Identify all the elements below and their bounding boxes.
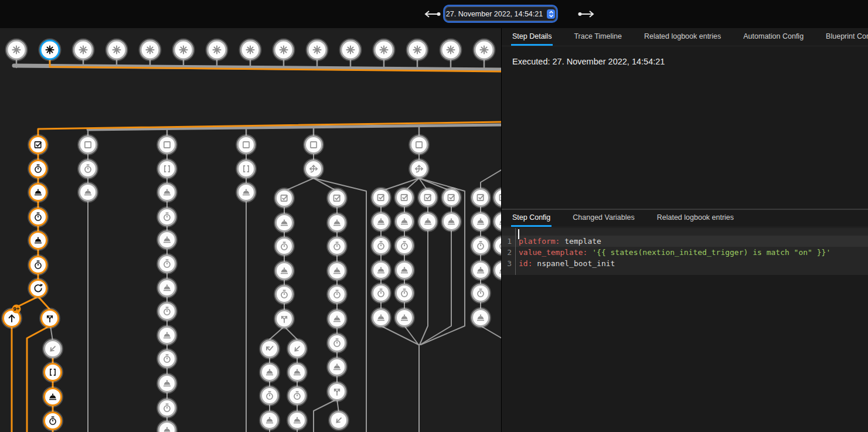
node-arrow-bl[interactable] xyxy=(287,339,307,359)
node-bell[interactable] xyxy=(441,212,461,232)
node-asterisk[interactable] xyxy=(340,39,362,61)
node-timer[interactable] xyxy=(43,411,63,431)
node-bell[interactable] xyxy=(371,308,391,328)
node-asterisk[interactable] xyxy=(106,39,128,61)
node-timer[interactable] xyxy=(371,236,391,256)
node-check-square[interactable] xyxy=(493,188,501,208)
node-check-square[interactable] xyxy=(441,188,461,208)
node-refresh[interactable] xyxy=(28,278,48,298)
node-bell[interactable] xyxy=(327,309,347,329)
node-bell[interactable] xyxy=(28,182,48,202)
node-asterisk[interactable] xyxy=(407,39,428,61)
node-timer[interactable] xyxy=(157,301,177,321)
node-bell[interactable] xyxy=(157,230,177,250)
node-bell[interactable] xyxy=(394,212,414,232)
run-datetime-select[interactable]: 27. November 2022, 14:54:21 xyxy=(445,6,556,21)
node-square[interactable] xyxy=(236,135,256,155)
node-check-square[interactable] xyxy=(394,188,414,208)
node-bell[interactable] xyxy=(28,230,48,250)
node-bell[interactable] xyxy=(493,260,501,280)
node-bell[interactable] xyxy=(43,387,63,407)
node-bell[interactable] xyxy=(157,373,177,393)
node-bell[interactable] xyxy=(493,212,501,232)
node-bell[interactable] xyxy=(287,410,307,430)
node-timer[interactable] xyxy=(327,236,347,256)
node-square[interactable] xyxy=(78,135,98,155)
node-asterisk[interactable] xyxy=(307,39,328,61)
node-asterisk[interactable] xyxy=(273,39,295,61)
node-bell[interactable] xyxy=(157,325,177,345)
node-arrow-bl[interactable] xyxy=(329,410,349,430)
tab-step-config[interactable]: Step Config xyxy=(511,210,552,227)
node-timer[interactable] xyxy=(28,159,48,179)
node-bell[interactable] xyxy=(78,182,98,202)
node-bell[interactable] xyxy=(471,308,491,328)
node-arrow-up[interactable]: 9+ xyxy=(2,305,22,328)
node-asterisk[interactable] xyxy=(240,39,261,61)
node-bell[interactable] xyxy=(236,182,256,202)
node-bell[interactable] xyxy=(327,357,347,377)
node-asterisk[interactable] xyxy=(6,39,28,61)
node-call-split[interactable] xyxy=(274,309,294,329)
node-timer[interactable] xyxy=(327,333,347,353)
node-bell[interactable] xyxy=(371,212,391,232)
node-timer[interactable] xyxy=(327,284,347,304)
node-asterisk[interactable] xyxy=(440,39,462,61)
node-timer[interactable] xyxy=(394,236,414,256)
tab-related-logbook-entries[interactable]: Related logbook entries xyxy=(656,210,735,227)
node-bell[interactable] xyxy=(260,362,280,382)
tab-step-details[interactable]: Step Details xyxy=(511,28,553,46)
node-timer[interactable] xyxy=(157,349,177,369)
tab-trace-timeline[interactable]: Trace Timeline xyxy=(573,28,623,46)
node-bell[interactable] xyxy=(371,260,391,280)
node-timer[interactable] xyxy=(157,398,177,418)
node-check-square[interactable] xyxy=(418,188,438,208)
node-call-split[interactable] xyxy=(40,308,60,328)
next-run-button[interactable] xyxy=(577,8,597,20)
node-timer[interactable] xyxy=(471,283,491,303)
node-square[interactable] xyxy=(304,135,324,155)
node-asterisk[interactable] xyxy=(474,39,495,61)
node-timer[interactable] xyxy=(394,283,414,303)
tab-automation-config[interactable]: Automation Config xyxy=(742,28,805,46)
node-bell[interactable] xyxy=(274,261,294,281)
node-asterisk[interactable] xyxy=(73,39,94,61)
node-timer[interactable] xyxy=(274,236,294,256)
node-check-square[interactable] xyxy=(274,188,294,208)
node-brackets[interactable] xyxy=(43,362,63,382)
node-bell[interactable] xyxy=(157,420,177,432)
node-check-square[interactable] xyxy=(471,188,491,208)
node-asterisk[interactable] xyxy=(139,39,161,61)
node-call-split[interactable] xyxy=(327,382,347,402)
tab-blueprint-config[interactable]: Blueprint Config xyxy=(825,28,868,46)
node-timer[interactable] xyxy=(157,254,177,274)
node-bell[interactable] xyxy=(471,212,491,232)
node-asterisk[interactable] xyxy=(39,39,61,61)
node-arrow-bl[interactable] xyxy=(43,339,63,359)
tab-related-logbook-entries[interactable]: Related logbook entries xyxy=(643,28,722,46)
node-timer[interactable] xyxy=(28,255,48,275)
node-bell[interactable] xyxy=(157,182,177,202)
node-bell[interactable] xyxy=(394,260,414,280)
node-bell[interactable] xyxy=(418,212,438,232)
node-check-square[interactable] xyxy=(28,135,48,155)
node-brackets[interactable] xyxy=(236,159,256,179)
node-call-missed[interactable] xyxy=(260,339,280,359)
node-bell[interactable] xyxy=(327,213,347,233)
node-timer[interactable] xyxy=(471,236,491,256)
node-bell[interactable] xyxy=(287,362,307,382)
node-timer[interactable] xyxy=(371,283,391,303)
node-timer[interactable] xyxy=(274,284,294,304)
tab-changed-variables[interactable]: Changed Variables xyxy=(571,210,635,227)
yaml-editor[interactable]: 1platform: template2value_template: '{{ … xyxy=(502,228,868,275)
node-bell[interactable] xyxy=(471,260,491,280)
node-square[interactable] xyxy=(157,135,177,155)
node-check-square[interactable] xyxy=(371,188,391,208)
node-asterisk[interactable] xyxy=(206,39,228,61)
node-bell[interactable] xyxy=(157,278,177,298)
node-check-square[interactable] xyxy=(327,188,347,208)
node-square[interactable] xyxy=(409,135,429,155)
node-asterisk[interactable] xyxy=(373,39,395,61)
node-bell[interactable] xyxy=(327,261,347,281)
node-timer[interactable] xyxy=(287,386,307,406)
